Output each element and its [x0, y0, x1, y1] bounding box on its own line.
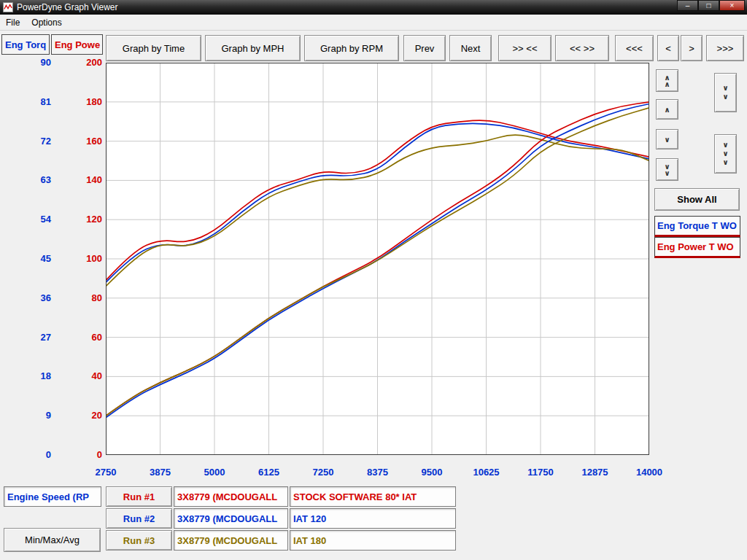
- y-axis-tick-torque: 90: [19, 57, 51, 68]
- graph-by-time-button[interactable]: Graph by Time: [106, 35, 201, 61]
- tab-eng-torque[interactable]: Eng Torq: [1, 34, 50, 55]
- x-axis-tick: 14000: [624, 467, 675, 478]
- prev-button[interactable]: Prev: [403, 35, 446, 61]
- x-axis-tick: 7250: [298, 467, 349, 478]
- x-axis-tick: 12875: [570, 467, 621, 478]
- run-2-button[interactable]: Run #2: [106, 508, 172, 529]
- graph-by-rpm-button[interactable]: Graph by RPM: [304, 35, 399, 61]
- y-scroll-down-fast-button[interactable]: ∨ ∨: [656, 158, 678, 181]
- close-button[interactable]: ×: [719, 0, 745, 11]
- y-zoom-compress-button[interactable]: ∨ ∨ ∨: [714, 134, 737, 174]
- y-axis-tick-power: 80: [70, 292, 102, 303]
- zoom-out-x-button[interactable]: << >>: [555, 35, 609, 61]
- zoom-in-x-button[interactable]: >> <<: [498, 35, 551, 61]
- run-2-name: 3X8779 (MCDOUGALL: [174, 508, 288, 529]
- y-axis-tick-torque: 45: [19, 253, 51, 264]
- x-axis-tick: 10625: [461, 467, 512, 478]
- scroll-far-left-button[interactable]: <<<: [615, 35, 654, 61]
- y-axis-tick-power: 100: [70, 253, 102, 264]
- y-scroll-up-button[interactable]: ∧: [656, 99, 678, 120]
- tab-eng-power[interactable]: Eng Powe: [51, 34, 103, 55]
- window-title: PowerDyne Graph Viewer: [17, 2, 118, 12]
- y-scroll-down-button[interactable]: ∨: [656, 129, 678, 149]
- minimize-button[interactable]: –: [677, 0, 698, 11]
- y-axis-tick-torque: 81: [19, 96, 51, 107]
- y-axis-tick-power: 0: [70, 449, 102, 460]
- y-axis-tick-torque: 72: [19, 136, 51, 147]
- run-1-name: 3X8779 (MCDOUGALL: [174, 486, 288, 507]
- x-axis-tick: 3875: [135, 467, 186, 478]
- x-axis-label-box: Engine Speed (RP: [4, 486, 101, 507]
- y-axis-tick-power: 200: [70, 57, 102, 68]
- y-axis-tick-power: 140: [70, 174, 102, 185]
- y-axis-tick-power: 160: [70, 136, 102, 147]
- run-3-name: 3X8779 (MCDOUGALL: [174, 530, 288, 551]
- y-axis-tick-power: 180: [70, 96, 102, 107]
- show-all-button[interactable]: Show All: [654, 188, 740, 211]
- run-1-button[interactable]: Run #1: [106, 486, 172, 507]
- x-axis-tick: 5000: [189, 467, 240, 478]
- y-axis-tick-power: 120: [70, 214, 102, 225]
- y-axis-tick-torque: 63: [19, 174, 51, 185]
- menu-file[interactable]: File: [0, 15, 26, 30]
- menu-options[interactable]: Options: [26, 15, 67, 30]
- title-bar: PowerDyne Graph Viewer – □ ×: [0, 0, 747, 15]
- scroll-right-button[interactable]: >: [681, 35, 703, 61]
- run-3-description: IAT 180: [290, 530, 456, 551]
- scroll-far-right-button[interactable]: >>>: [706, 35, 744, 61]
- x-axis-tick: 6125: [244, 467, 295, 478]
- run-3-button[interactable]: Run #3: [106, 530, 172, 551]
- y-axis-tick-torque: 18: [19, 370, 51, 381]
- x-axis-tick: 2750: [80, 467, 131, 478]
- y-axis-tick-torque: 36: [19, 292, 51, 303]
- maximize-button[interactable]: □: [698, 0, 719, 11]
- y-zoom-expand-button[interactable]: ∨ ∨: [714, 73, 737, 112]
- graph-by-mph-button[interactable]: Graph by MPH: [205, 35, 301, 61]
- x-axis-tick: 9500: [406, 467, 457, 478]
- y-scroll-up-fast-button[interactable]: ∧ ∧: [656, 69, 678, 92]
- legend-item[interactable]: Eng Power T WO: [654, 237, 740, 258]
- y-axis-tick-power: 40: [70, 370, 102, 381]
- min-max-avg-button[interactable]: Min/Max/Avg: [4, 528, 101, 552]
- app-icon: [3, 2, 13, 12]
- x-axis-tick: 8375: [352, 467, 403, 478]
- x-axis-tick: 11750: [515, 467, 566, 478]
- window-controls: – □ ×: [677, 0, 745, 11]
- powerdyne-window: PowerDyne Graph Viewer – □ × FileOptions…: [0, 0, 747, 560]
- y-axis-tick-power: 20: [70, 410, 102, 421]
- next-button[interactable]: Next: [449, 35, 492, 61]
- dyno-plot-area[interactable]: [106, 63, 649, 455]
- y-axis-tick-torque: 54: [19, 214, 51, 225]
- menu-bar: FileOptions: [0, 15, 747, 31]
- y-axis-tick-torque: 9: [19, 410, 51, 421]
- dyno-plot: [106, 63, 649, 455]
- run-2-description: IAT 120: [290, 508, 456, 529]
- legend-item[interactable]: Eng Torque T WO: [654, 216, 740, 237]
- y-axis-tick-torque: 0: [19, 449, 51, 460]
- y-axis-tick-torque: 27: [19, 332, 51, 343]
- run-1-description: STOCK SOFTWARE 80* IAT: [290, 486, 456, 507]
- y-axis-tick-power: 60: [70, 332, 102, 343]
- scroll-left-button[interactable]: <: [657, 35, 679, 61]
